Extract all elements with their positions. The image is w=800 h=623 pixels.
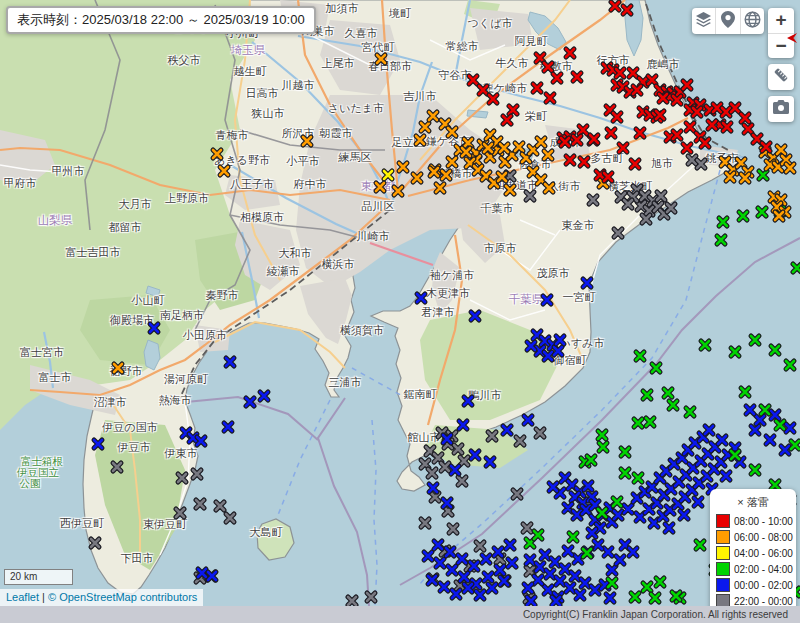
zoom-control: + − [768, 8, 794, 58]
copyright-bar: Copyright(C) Franklin Japan Corporation.… [0, 606, 800, 623]
legend-item-gray: 22:00 - 00:00 [716, 594, 790, 606]
zoom-out-button[interactable]: − [768, 33, 794, 59]
map-attribution: Leaflet | © OpenStreetMap contributors [0, 589, 203, 606]
location-pin-icon [721, 11, 735, 32]
legend-item-blue: 00:00 - 02:00 [716, 578, 790, 592]
globe-button[interactable] [740, 8, 764, 34]
legend-label: 08:00 - 10:00 [734, 516, 793, 527]
legend-swatch-orange [716, 530, 730, 544]
layers-button[interactable] [692, 8, 715, 34]
lightning-legend: × 落雷 08:00 - 10:0006:00 - 08:0004:00 - 0… [710, 489, 796, 606]
scale-bar: 20 km [4, 569, 73, 585]
legend-swatch-gray [716, 594, 730, 606]
map-tool-group [692, 8, 764, 34]
display-time-label: 表示時刻：2025/03/18 22:00 ～ 2025/03/19 10:00 [6, 6, 316, 34]
legend-swatch-blue [716, 578, 730, 592]
zoom-in-button[interactable]: + [768, 8, 794, 33]
location-button[interactable] [715, 8, 739, 34]
globe-icon [744, 11, 761, 32]
legend-item-orange: 06:00 - 08:00 [716, 530, 790, 544]
legend-swatch-yellow [716, 546, 730, 560]
legend-item-red: 08:00 - 10:00 [716, 514, 790, 528]
legend-label: 06:00 - 08:00 [734, 532, 793, 543]
ruler-icon [773, 67, 789, 87]
legend-items: 08:00 - 10:0006:00 - 08:0004:00 - 06:000… [716, 514, 790, 606]
basemap [0, 0, 800, 606]
camera-icon [773, 100, 789, 118]
legend-title: × 落雷 [716, 495, 790, 510]
legend-label: 22:00 - 00:00 [734, 596, 793, 607]
leaflet-link[interactable]: Leaflet [6, 591, 39, 603]
screenshot-button[interactable] [768, 96, 794, 122]
legend-swatch-red [716, 514, 730, 528]
legend-item-yellow: 04:00 - 06:00 [716, 546, 790, 560]
legend-swatch-green [716, 562, 730, 576]
zoom-in-label: + [775, 9, 786, 31]
map-canvas[interactable]: 皆野町小川町埼玉県越生町秩父市日高市狭山市加須市鴻巣市久喜市宮代町上尾市春日部市… [0, 0, 800, 606]
layers-icon [695, 11, 712, 32]
zoom-out-label: − [775, 35, 786, 57]
copyright-text: Copyright(C) Franklin Japan Corporation.… [523, 609, 788, 620]
lightning-map-app: 皆野町小川町埼玉県越生町秩父市日高市狭山市加須市鴻巣市久喜市宮代町上尾市春日部市… [0, 0, 800, 623]
legend-label: 04:00 - 06:00 [734, 548, 793, 559]
legend-item-green: 02:00 - 04:00 [716, 562, 790, 576]
attribution-separator: | [39, 591, 48, 603]
osm-link[interactable]: © OpenStreetMap contributors [48, 591, 197, 603]
legend-label: 02:00 - 04:00 [734, 564, 793, 575]
measure-button[interactable] [768, 64, 794, 90]
legend-label: 00:00 - 02:00 [734, 580, 793, 591]
